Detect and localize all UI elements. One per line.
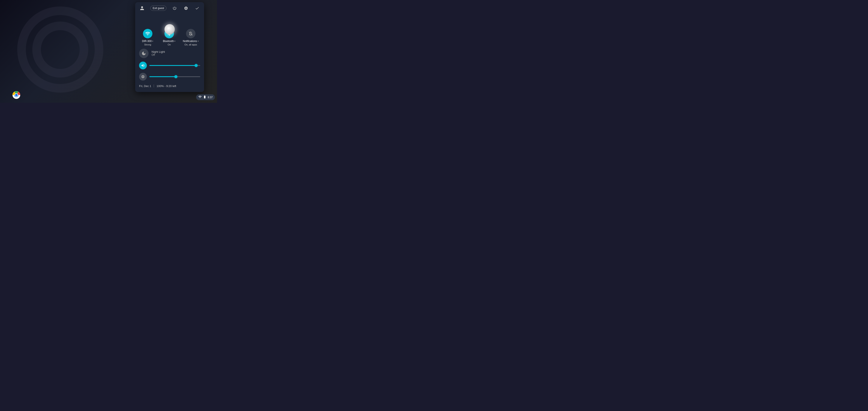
wifi-status: Strong [142, 43, 154, 46]
panel-topbar: Exit guest [135, 2, 204, 13]
brightness-slider-track[interactable] [149, 76, 200, 77]
battery-separator: - [164, 84, 166, 88]
volume-slider-row [135, 60, 204, 71]
night-light-toggle[interactable]: Night Light Off [135, 48, 204, 60]
wifi-toggle[interactable]: DIR-300 ▾ Strong [139, 29, 156, 46]
volume-slider-fill [149, 65, 196, 66]
brightness-slider-fill [149, 76, 176, 77]
brightness-icon-circle[interactable] [139, 73, 147, 81]
user-icon[interactable] [139, 5, 145, 11]
notifications-toggle[interactable]: Notifications ▾ On, all apps [182, 29, 199, 46]
svg-point-3 [15, 94, 18, 96]
wifi-network-name: DIR-300 [142, 40, 152, 43]
wifi-icon-circle [143, 29, 152, 38]
notifications-icon-circle [186, 29, 195, 38]
bluetooth-status: On [163, 43, 176, 46]
notifications-chevron: ▾ [197, 40, 199, 42]
night-light-status: Off [152, 53, 165, 56]
exit-guest-button[interactable]: Exit guest [150, 6, 166, 11]
brightness-slider-row [135, 71, 204, 82]
volume-slider-thumb[interactable] [195, 64, 197, 67]
power-icon[interactable] [172, 5, 178, 11]
battery-percent: 100% [156, 84, 164, 88]
quick-settings-panel: Exit guest [135, 2, 204, 92]
settings-icon[interactable] [183, 5, 189, 11]
chrome-icon[interactable] [12, 91, 20, 99]
tray-wifi-icon [198, 95, 202, 99]
divider [154, 84, 154, 87]
notifications-label: Notifications ▾ On, all apps [183, 40, 198, 46]
date-display: Fri, Dec 1 [139, 84, 151, 88]
check-icon[interactable] [194, 5, 200, 11]
notifications-status: On, all apps [183, 43, 198, 46]
battery-info: 100% - 9:20 left [156, 84, 176, 88]
notifications-name: Notifications [183, 40, 197, 43]
avatar-container [135, 13, 204, 25]
battery-time: 9:20 left [166, 84, 176, 88]
wifi-chevron: ▾ [152, 40, 153, 42]
volume-icon-circle[interactable] [139, 62, 147, 69]
night-light-label: Night Light Off [152, 50, 165, 56]
bluetooth-label: Bluetooth ▾ On [163, 40, 176, 46]
avatar [164, 24, 175, 34]
bluetooth-name: Bluetooth [163, 40, 174, 43]
night-light-icon-circle [139, 49, 149, 58]
tray-time: 8:37 [208, 96, 213, 99]
bluetooth-chevron: ▾ [175, 40, 176, 42]
brightness-slider-thumb[interactable] [175, 75, 177, 78]
wifi-label: DIR-300 ▾ Strong [142, 40, 154, 46]
desktop-arc-2 [32, 22, 88, 78]
date-battery-row: Fri, Dec 1 100% - 9:20 left [135, 82, 204, 89]
night-light-name: Night Light [152, 50, 165, 53]
system-tray[interactable]: 8:37 [196, 94, 215, 100]
volume-slider-track[interactable] [149, 65, 200, 66]
tray-battery-icon [203, 95, 207, 99]
